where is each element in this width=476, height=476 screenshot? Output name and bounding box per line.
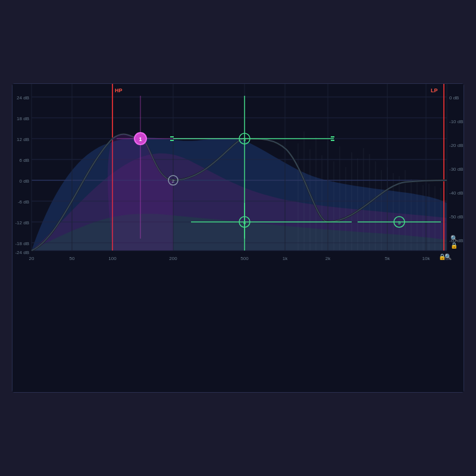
main-layout: HP LP xyxy=(12,315,464,353)
svg-text:HP: HP xyxy=(115,87,123,93)
svg-text:0 dB: 0 dB xyxy=(449,95,459,101)
svg-rect-55 xyxy=(170,136,174,137)
svg-text:-40 dB: -40 dB xyxy=(449,190,464,196)
svg-text:100: 100 xyxy=(108,256,117,261)
svg-text:-12 dB: -12 dB xyxy=(15,220,29,226)
svg-text:20: 20 xyxy=(29,256,35,261)
svg-text:50: 50 xyxy=(70,256,75,261)
eq-svg: HP LP xyxy=(12,84,464,392)
plugin-window: M MDynamicEq (16.05) ⊞ Presets ◀ ▶ ⊡ Byp… xyxy=(12,83,464,393)
svg-text:10k: 10k xyxy=(422,256,431,261)
svg-text:LP: LP xyxy=(431,87,438,93)
svg-text:2: 2 xyxy=(172,178,175,184)
svg-text:24 dB: 24 dB xyxy=(17,95,29,101)
svg-text:200: 200 xyxy=(169,256,177,261)
svg-text:-10 dB: -10 dB xyxy=(449,119,464,124)
svg-text:-20 dB: -20 dB xyxy=(449,143,464,148)
svg-text:3: 3 xyxy=(243,137,246,142)
svg-text:-30 dB: -30 dB xyxy=(449,167,464,172)
svg-text:12 dB: 12 dB xyxy=(17,137,29,142)
svg-text:4: 4 xyxy=(243,220,246,226)
svg-rect-54 xyxy=(331,140,334,141)
svg-text:🔍: 🔍 xyxy=(450,234,458,242)
svg-text:18 dB: 18 dB xyxy=(17,116,29,121)
svg-text:6 dB: 6 dB xyxy=(20,158,29,163)
svg-text:5: 5 xyxy=(398,220,401,226)
svg-text:-24 dB: -24 dB xyxy=(15,250,29,255)
svg-rect-56 xyxy=(170,140,174,141)
svg-text:-18 dB: -18 dB xyxy=(15,241,29,246)
svg-text:1: 1 xyxy=(139,136,142,142)
svg-text:5k: 5k xyxy=(385,256,390,261)
svg-text:500: 500 xyxy=(240,256,249,261)
svg-text:🔒: 🔒 xyxy=(450,242,458,249)
svg-text:2k: 2k xyxy=(325,256,331,261)
svg-text:0 dB: 0 dB xyxy=(20,178,29,184)
svg-text:1k: 1k xyxy=(283,256,288,261)
svg-text:-50 dB: -50 dB xyxy=(449,214,464,220)
svg-text:-6 dB: -6 dB xyxy=(18,199,29,205)
svg-text:🔍: 🔍 xyxy=(444,253,452,261)
svg-rect-53 xyxy=(331,136,334,137)
